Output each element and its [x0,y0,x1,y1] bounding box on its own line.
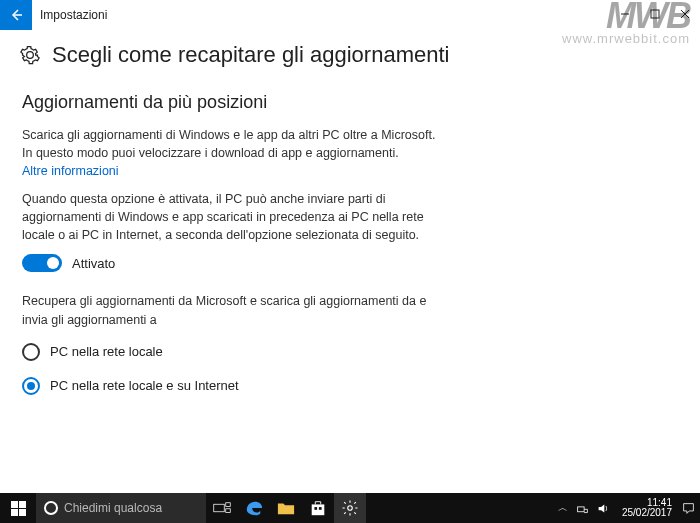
edge-taskbar-button[interactable] [238,493,270,523]
network-icon[interactable] [576,502,589,515]
svg-rect-5 [319,507,322,510]
svg-rect-4 [314,507,317,510]
section-heading: Aggiornamenti da più posizioni [22,92,438,113]
folder-icon [277,499,295,517]
gear-icon [20,45,40,65]
title-bar: Impostazioni [0,0,700,30]
radio-local-and-internet[interactable]: PC nella rete locale e su Internet [22,377,438,395]
more-info-link[interactable]: Altre informazioni [22,164,119,178]
notification-icon [682,502,695,515]
arrow-left-icon [8,7,24,23]
radio-icon [22,343,40,361]
volume-icon[interactable] [597,502,610,515]
svg-point-6 [348,506,353,511]
store-button[interactable] [302,493,334,523]
start-button[interactable] [0,493,36,523]
radio-icon [22,377,40,395]
task-view-button[interactable] [206,493,238,523]
back-button[interactable] [0,0,32,30]
description-3: Recupera gli aggiornamenti da Microsoft … [22,292,438,328]
delivery-optimization-toggle[interactable] [22,254,62,272]
svg-rect-2 [226,503,231,507]
settings-taskbar-button[interactable] [334,493,366,523]
action-center-button[interactable] [680,493,696,523]
windows-icon [11,501,26,516]
store-icon [309,499,327,517]
page-title: Scegli come recapitare gli aggiornamenti [52,42,449,68]
edge-icon [245,499,263,517]
radio-label: PC nella rete locale [50,344,163,359]
toggle-label: Attivato [72,256,115,271]
tray-overflow-button[interactable]: ︿ [558,501,568,515]
radio-local-network[interactable]: PC nella rete locale [22,343,438,361]
radio-label: PC nella rete locale e su Internet [50,378,239,393]
task-view-icon [213,499,231,517]
svg-rect-3 [226,509,231,513]
taskbar: Chiedimi qualcosa ︿ 11:41 25/02/2017 [0,493,700,523]
description-1: Scarica gli aggiornamenti di Windows e l… [22,127,438,162]
maximize-button[interactable] [640,0,670,28]
search-placeholder: Chiedimi qualcosa [64,501,162,515]
close-button[interactable] [670,0,700,28]
svg-rect-1 [214,504,225,512]
file-explorer-button[interactable] [270,493,302,523]
cortana-icon [44,501,58,515]
search-box[interactable]: Chiedimi qualcosa [36,493,206,523]
svg-rect-7 [578,506,585,511]
description-2: Quando questa opzione è attivata, il PC … [22,190,438,244]
minimize-button[interactable] [610,0,640,28]
gear-icon [341,499,359,517]
clock[interactable]: 11:41 25/02/2017 [622,498,672,519]
window-title: Impostazioni [40,8,107,22]
svg-rect-0 [651,10,659,18]
